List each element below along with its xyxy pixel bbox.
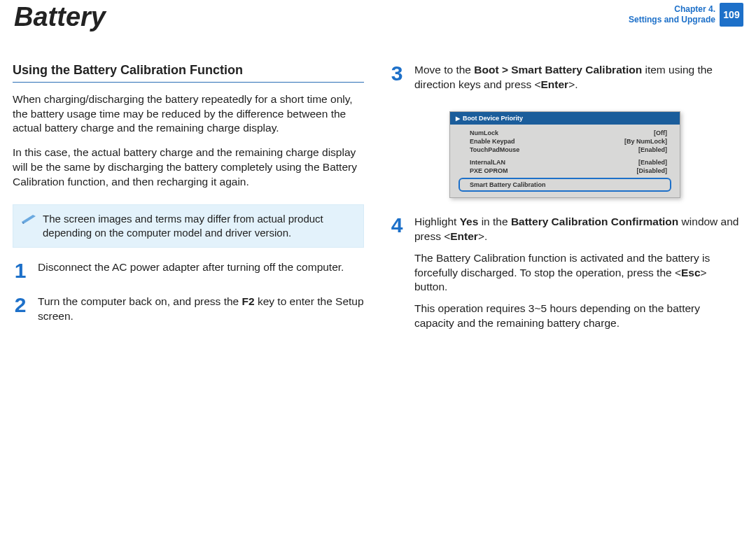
note-text: The screen images and terms may differ f… (43, 213, 323, 239)
step-3-text: Move to the Boot > Smart Battery Calibra… (414, 63, 741, 92)
left-column: Using the Battery Calibration Function W… (13, 63, 364, 351)
chapter-text: Chapter 4. Settings and Upgrade (629, 4, 715, 25)
step-4-text-2: The Battery Calibration function is acti… (414, 251, 741, 295)
step-1-body: Disconnect the AC power adapter after tu… (38, 260, 344, 282)
step-4-body: Highlight Yes in the Battery Calibration… (414, 215, 741, 337)
bios-header-text: Boot Device Priority (463, 115, 523, 122)
bios-screenshot: ▶Boot Device Priority NumLock[Off] Enabl… (449, 111, 680, 198)
right-column: 3 Move to the Boot > Smart Battery Calib… (389, 63, 741, 351)
step-2: 2 Turn the computer back on, and press t… (13, 295, 364, 331)
chapter-line-1: Chapter 4. (629, 4, 715, 15)
step-2-body: Turn the computer back on, and press the… (38, 295, 364, 331)
step-number-4: 4 (389, 215, 405, 337)
step-number-1: 1 (13, 260, 28, 282)
note-icon (20, 212, 37, 225)
step-2-text: Turn the computer back on, and press the… (38, 295, 364, 324)
page-title: Battery (13, 3, 106, 32)
step-number-2: 2 (13, 295, 28, 331)
bios-row: TouchPadMouse[Enabled] (450, 146, 680, 154)
page-number-badge: 109 (720, 3, 743, 27)
bios-row: InternalLAN[Enabled] (450, 158, 680, 167)
step-3-body: Move to the Boot > Smart Battery Calibra… (414, 63, 741, 99)
bios-row: Enable Keypad[By NumLock] (450, 137, 680, 146)
bios-row: NumLock[Off] (450, 129, 680, 137)
content-columns: Using the Battery Calibration Function W… (13, 63, 743, 351)
intro-paragraph-2: In this case, the actual battery charge … (13, 146, 364, 189)
step-4-text-3: This operation requires 3~5 hours depend… (414, 302, 741, 331)
chapter-wrap: Chapter 4. Settings and Upgrade 109 (629, 3, 743, 27)
intro-paragraph-1: When charging/discharging the battery re… (13, 92, 364, 136)
step-number-3: 3 (389, 63, 405, 99)
step-3: 3 Move to the Boot > Smart Battery Calib… (389, 63, 741, 99)
step-4: 4 Highlight Yes in the Battery Calibrati… (389, 215, 741, 337)
step-4-text-1: Highlight Yes in the Battery Calibration… (414, 215, 741, 244)
bios-header: ▶Boot Device Priority (450, 112, 680, 125)
triangle-right-icon: ▶ (456, 115, 460, 122)
note-box: The screen images and terms may differ f… (13, 204, 364, 248)
bios-highlight: Smart Battery Calibration (458, 178, 671, 192)
chapter-line-2: Settings and Upgrade (629, 15, 715, 25)
bios-body: NumLock[Off] Enable Keypad[By NumLock] T… (450, 125, 680, 197)
step-1-text: Disconnect the AC power adapter after tu… (38, 260, 344, 275)
bios-row: PXE OPROM[Disabled] (450, 167, 680, 175)
page-header: Battery Chapter 4. Settings and Upgrade … (13, 0, 743, 32)
section-heading: Using the Battery Calibration Function (13, 63, 364, 83)
manual-page: Battery Chapter 4. Settings and Upgrade … (0, 0, 756, 536)
step-1: 1 Disconnect the AC power adapter after … (13, 260, 364, 282)
